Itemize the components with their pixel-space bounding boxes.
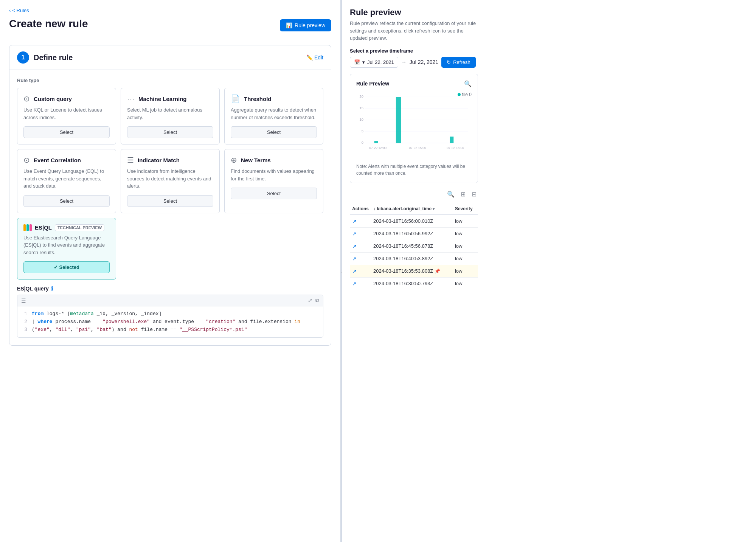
esql-query-label: ES|QL query ℹ [17,286,323,292]
rule-card-event-correlation[interactable]: ⊙ Event Correlation Use Event Query Lang… [17,149,116,213]
alert-time: 2024-03-18T16:50:56.992Z [371,227,453,240]
esql-logo [23,224,32,231]
expand-icon[interactable]: ↗ [352,256,357,262]
legend-label: file 0 [462,92,472,97]
rule-card-esql[interactable]: ES|QL TECHNICAL PREVIEW Use Elasticsearc… [17,218,116,280]
esql-stripe-yellow [23,224,26,231]
threshold-select-button[interactable]: Select [231,126,317,138]
edit-pencil-icon: ✏️ [306,54,313,61]
date-to: Jul 22, 2021 [410,59,438,65]
svg-text:0: 0 [362,140,363,144]
panel-desc: Rule preview reflects the current config… [350,20,478,42]
esql-badge-row: ES|QL TECHNICAL PREVIEW [23,224,110,231]
threshold-icon: 📄 [231,94,240,103]
expand-icon[interactable]: ↗ [352,231,357,237]
alert-time: 2024-03-18T16:56:00.010Z [371,215,453,228]
section-title: Define rule [34,53,73,62]
breadcrumb[interactable]: ‹ < Rules [9,8,331,13]
rule-type-label: Rule type [17,78,323,83]
custom-query-select-button[interactable]: Select [23,126,110,138]
info-icon: ℹ [51,286,53,292]
col-time[interactable]: ↓ kibana.alert.original_time ▾ [371,203,453,215]
svg-text:07-22 15:00: 07-22 15:00 [409,146,426,150]
chevron-down-icon: ▾ [362,59,365,65]
rule-card-indicator-match[interactable]: ☰ Indicator Match Use indicators from in… [121,149,220,213]
code-body: 1 from logs-* [metadata _id, _version, _… [17,306,323,337]
svg-text:10: 10 [359,117,363,121]
esql-query-label-text: ES|QL query [17,286,49,292]
esql-title: ES|QL [35,224,52,231]
rule-card-machine-learning[interactable]: ⋯ Machine Learning Select ML job to dete… [121,88,220,144]
chart-svg: 20 15 10 5 0 07-22 12:00 07-22 1 [356,92,472,152]
table-row-highlighted: ↗ 2024-03-18T16:35:53.808Z 📌 low [350,265,478,277]
zoom-icon[interactable]: 🔍 [464,80,472,87]
event-correlation-select-button[interactable]: Select [23,195,110,207]
line-num-3: 3 [21,326,27,334]
col-actions: Actions [350,203,371,215]
ml-icon: ⋯ [127,94,135,103]
alert-severity: low [453,265,478,277]
maximize-icon[interactable]: ⤢ [308,297,312,304]
refresh-label: Refresh [453,59,470,65]
svg-text:5: 5 [362,129,363,133]
new-terms-desc: Find documents with values appearing for… [231,168,317,182]
table-zoom-button[interactable]: 🔍 [446,189,456,199]
timeframe-row: 📅 ▾ Jul 22, 2021 → Jul 22, 2021 ↻ Refres… [350,57,478,68]
rule-card-header: ⋯ Machine Learning [127,94,213,103]
ml-select-button[interactable]: Select [127,126,213,138]
expand-cell: ↗ [350,240,371,252]
expand-cell: ↗ [350,215,371,228]
ml-desc: Select ML job to detect anomalous activi… [127,106,213,121]
code-editor[interactable]: ☰ ⤢ ⧉ 1 from logs-* [metadata _id, _vers… [17,295,323,338]
rule-preview-button[interactable]: 📊 Rule preview [280,19,331,31]
threshold-desc: Aggregate query results to detect when n… [231,106,317,121]
indicator-match-select-button[interactable]: Select [127,195,213,207]
section-header-left: 1 Define rule [17,51,73,64]
refresh-button[interactable]: ↻ Refresh [441,57,476,68]
expand-icon[interactable]: ↗ [352,243,357,249]
alert-time: 2024-03-18T16:45:56.878Z [371,240,453,252]
svg-text:07-22 12:00: 07-22 12:00 [369,146,387,150]
alert-severity: low [453,227,478,240]
rule-card-custom-query[interactable]: ⊙ Custom query Use KQL or Lucene to dete… [17,88,116,144]
custom-query-icon: ⊙ [23,94,30,103]
table-grid-button[interactable]: ⊞ [459,189,467,199]
table-columns-button[interactable]: ⊟ [470,189,478,199]
calendar-icon: 📅 [354,59,360,65]
indicator-match-icon: ☰ [127,155,134,165]
code-line-2: 2 | where process.name == "powershell.ex… [21,318,319,326]
expand-icon[interactable]: ↗ [352,218,357,224]
svg-rect-12 [450,137,454,143]
alert-severity: low [453,277,478,290]
menu-icon: ☰ [21,298,26,304]
rule-card-threshold[interactable]: 📄 Threshold Aggregate query results to d… [224,88,323,144]
table-row: ↗ 2024-03-18T16:56:00.010Z low [350,215,478,228]
expand-icon[interactable]: ↗ [352,268,357,274]
expand-icon[interactable]: ↗ [352,281,357,287]
edit-link[interactable]: ✏️ Edit [306,54,323,61]
esql-stripe-blue [26,224,29,231]
esql-selected-button[interactable]: ✓ Selected [23,261,110,273]
ml-title: Machine Learning [138,96,187,102]
line-num-2: 2 [21,318,27,326]
date-arrow-icon: → [401,59,407,65]
expand-cell: ↗ [350,227,371,240]
refresh-icon: ↻ [447,59,451,65]
rule-card-header: ☰ Indicator Match [127,155,213,165]
new-terms-select-button[interactable]: Select [231,188,317,199]
date-picker[interactable]: 📅 ▾ Jul 22, 2021 [350,57,398,68]
chart-title-row: Rule Preview 🔍 [356,80,472,87]
svg-text:07-22 18:00: 07-22 18:00 [447,146,464,150]
chart-note: Note: Alerts with multiple event.categor… [356,163,472,177]
svg-text:15: 15 [359,106,363,110]
sort-icon: ▾ [433,207,435,211]
indicator-match-title: Indicator Match [138,157,180,163]
table-row: ↗ 2024-03-18T16:50:56.992Z low [350,227,478,240]
copy-icon[interactable]: ⧉ [315,297,319,304]
code-text-3: ("exe", "dll", "ps1", "bat") and not fil… [32,326,247,334]
section-header: 1 Define rule ✏️ Edit [9,45,331,70]
rule-card-new-terms[interactable]: ⊕ New Terms Find documents with values a… [224,149,323,213]
line-num-1: 1 [21,310,27,318]
step-badge: 1 [17,51,29,64]
code-text-2: | where process.name == "powershell.exe"… [32,318,300,326]
